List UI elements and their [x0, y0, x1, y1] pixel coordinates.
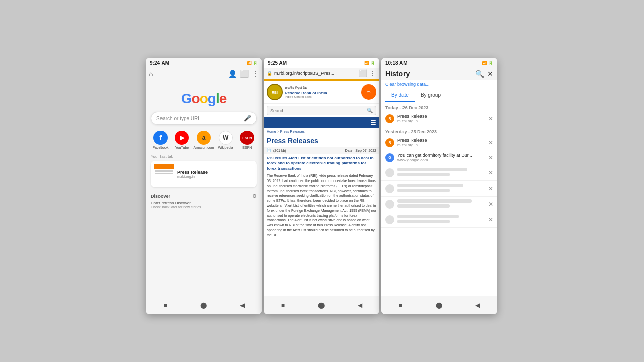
history-blurred-favicon-4	[385, 215, 394, 224]
history-blurred-item-4[interactable]: ✕	[381, 212, 497, 228]
breadcrumb-home[interactable]: Home	[267, 130, 276, 133]
last-tab-url: m.rbi.org.in	[177, 175, 254, 178]
shortcut-espn-label: ESPN	[242, 146, 252, 149]
shortcut-amazon[interactable]: a Amazon.com	[194, 131, 214, 149]
breadcrumb-current[interactable]: Press Releases	[280, 130, 305, 133]
rbi-search-input[interactable]	[270, 108, 367, 113]
history-blurred-item-1[interactable]: ✕	[381, 165, 497, 181]
history-blurred-favicon-2	[385, 184, 394, 193]
phone2-nav-bar: ■ ⬤ ◀	[264, 296, 379, 314]
rbi-subtitle: India's Central Bank	[285, 95, 327, 98]
phone2-back-button[interactable]: ◀	[355, 300, 365, 310]
shortcut-espn[interactable]: ESPN ESPN	[237, 131, 257, 149]
rbi-header: RBI भारतीय रिज़र्व बैंक Reserve Bank of …	[264, 81, 379, 104]
phone2-time: 9:25 AM	[268, 60, 287, 66]
tab-by-group[interactable]: By group	[415, 89, 447, 102]
phone2-menu-icon[interactable]: ⋮	[369, 69, 376, 77]
phone2-rbi-website: 9:25 AM 📶 🔋 🔒 m.rbi.org.in/scripts/BS_Pr…	[264, 58, 379, 314]
history-item-title-1: Press Release	[397, 114, 485, 119]
history-delete-3[interactable]: ✕	[488, 154, 493, 161]
rbi-logo: RBI	[267, 84, 283, 100]
history-item-info-3: You can get dormitory facility at Dur...…	[397, 153, 485, 162]
history-item-yesterday-1[interactable]: R Press Release m.rbi.org.in ✕	[381, 135, 497, 150]
phone1-browser-content: Google Search or type URL 🎤 f Facebook ▶…	[146, 80, 262, 296]
history-delete-blurred-2[interactable]: ✕	[488, 185, 493, 192]
history-delete-blurred-4[interactable]: ✕	[488, 216, 493, 223]
tabs-icon[interactable]: ⬜	[240, 70, 249, 78]
discover-section: Discover ⚙ Can't refresh Discover Check …	[151, 193, 257, 209]
history-blurred-item-3[interactable]: ✕	[381, 197, 497, 212]
azadi-badge: 75	[361, 84, 376, 100]
last-tab-info: Press Release m.rbi.org.in	[177, 170, 254, 178]
history-delete-blurred-1[interactable]: ✕	[488, 169, 493, 176]
phone3-stop-button[interactable]: ■	[395, 300, 406, 310]
hamburger-icon[interactable]: ☰	[371, 119, 376, 126]
mic-icon[interactable]: 🎤	[244, 115, 251, 122]
espn-icon: ESPN	[240, 131, 254, 145]
phone2-status-bar: 9:25 AM 📶 🔋	[264, 58, 379, 68]
back-button[interactable]: ◀	[237, 300, 248, 310]
phone3-status-icons: 📶 🔋	[482, 61, 493, 65]
shortcut-wikipedia-label: Wikipedia	[218, 146, 233, 149]
phone2-stop-button[interactable]: ■	[278, 300, 288, 310]
phone2-home-button[interactable]: ⬤	[316, 300, 327, 310]
phone1-search-text: Search or type URL	[156, 116, 244, 121]
phone1-status-icons: 📶 🔋	[247, 61, 258, 65]
amazon-icon: a	[197, 131, 211, 145]
history-item-url-1: m.rbi.org.in	[397, 119, 485, 123]
address-text[interactable]: m.rbi.org.in/scripts/BS_Pres...	[274, 71, 357, 76]
history-toolbar: History 🔍 ✕	[381, 68, 497, 80]
phone2-address-bar: 🔒 m.rbi.org.in/scripts/BS_Pres... ⬜ ⋮	[264, 68, 379, 79]
phone1-time: 9:24 AM	[150, 60, 169, 66]
rbi-english-name: Reserve Bank of India	[285, 90, 327, 95]
youtube-icon: ▶	[175, 131, 189, 145]
menu-icon[interactable]: ⋮	[252, 70, 259, 78]
history-item-title-2: Press Release	[397, 138, 485, 143]
shortcut-wikipedia[interactable]: W Wikipedia	[216, 131, 235, 149]
home-icon[interactable]: ⌂	[149, 70, 153, 78]
phone3-back-button[interactable]: ◀	[473, 300, 483, 310]
history-blurred-info-4	[397, 215, 485, 225]
phone1-search-bar[interactable]: Search or type URL 🎤	[151, 112, 257, 125]
stop-button[interactable]: ■	[160, 300, 170, 310]
shortcut-youtube[interactable]: ▶ YouTube	[172, 131, 191, 149]
history-item-yesterday-2[interactable]: G You can get dormitory facility at Dur.…	[381, 150, 497, 165]
shortcut-facebook[interactable]: f Facebook	[151, 131, 170, 149]
history-item-info-2: Press Release m.rbi.org.in	[397, 138, 485, 147]
history-delete-1[interactable]: ✕	[488, 115, 493, 122]
history-blurred-favicon-3	[385, 200, 394, 209]
rbi-hindi-name: भारतीय रिज़र्व बैंक	[285, 86, 327, 90]
history-item-title-3: You can get dormitory facility at Dur...	[397, 153, 485, 158]
history-item-today-1[interactable]: R Press Release m.rbi.org.in ✕	[381, 111, 497, 126]
shortcut-amazon-label: Amazon.com	[194, 146, 214, 149]
history-delete-blurred-3[interactable]: ✕	[488, 201, 493, 208]
history-blurred-favicon-1	[385, 168, 394, 177]
rbi-search-icon[interactable]: 🔍	[367, 108, 373, 113]
history-blurred-item-2[interactable]: ✕	[381, 181, 497, 197]
home-button[interactable]: ⬤	[199, 300, 209, 310]
phone2-tabs-icon[interactable]: ⬜	[359, 69, 367, 77]
tab-by-date[interactable]: By date	[385, 89, 415, 102]
history-item-info-1: Press Release m.rbi.org.in	[397, 114, 485, 123]
history-blurred-info-2	[397, 184, 485, 194]
meta-date: Date : Sep 07, 2022	[345, 149, 376, 152]
google-logo: Google	[181, 90, 226, 107]
last-tab-thumbnail	[154, 164, 174, 184]
discover-settings-icon[interactable]: ⚙	[252, 193, 257, 199]
phone2-status-icons: 📶 🔋	[364, 61, 375, 65]
profile-icon[interactable]: 👤	[228, 70, 237, 78]
history-favicon-google: G	[385, 153, 394, 162]
rbi-search-bar[interactable]: 🔍	[267, 106, 376, 115]
phone3-nav-bar: ■ ⬤ ◀	[381, 296, 497, 314]
meta-size: (261 kb)	[273, 149, 286, 152]
history-search-icon[interactable]: 🔍	[475, 70, 484, 78]
clear-browsing-data-link[interactable]: Clear browsing data...	[381, 80, 497, 89]
history-delete-2[interactable]: ✕	[488, 139, 493, 146]
history-favicon-rbi-1: R	[385, 114, 394, 123]
last-tab-item[interactable]: Press Release m.rbi.org.in	[151, 161, 257, 187]
facebook-icon: f	[153, 131, 168, 145]
history-close-icon[interactable]: ✕	[487, 70, 493, 78]
rbi-name-block: भारतीय रिज़र्व बैंक Reserve Bank of Indi…	[285, 86, 327, 98]
phone3-home-button[interactable]: ⬤	[434, 300, 444, 310]
discover-message: Can't refresh Discover	[151, 201, 257, 205]
